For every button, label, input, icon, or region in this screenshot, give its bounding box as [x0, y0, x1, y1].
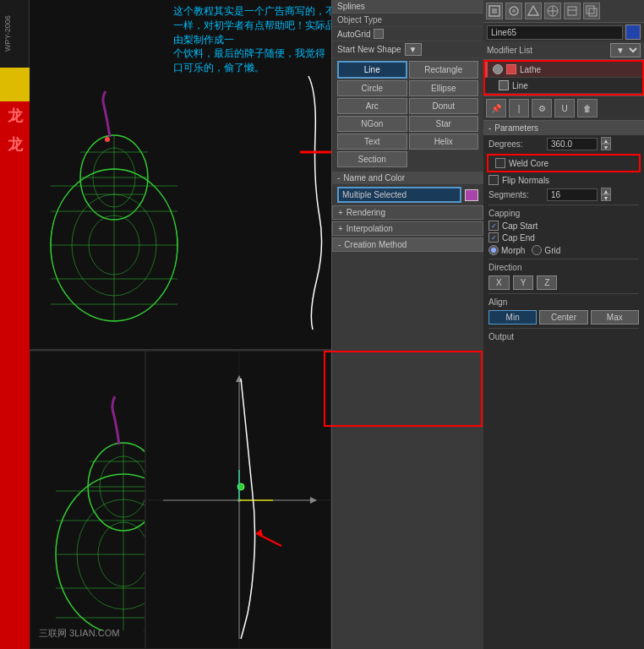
tool-unique[interactable]: U — [554, 99, 575, 117]
weld-core-label: Weld Core — [509, 159, 548, 168]
left-sidebar: WPY-2006 龙 龙 — [0, 0, 30, 649]
dir-z-btn[interactable]: Z — [537, 275, 557, 290]
start-new-shape-dropdown[interactable]: ▼ — [405, 43, 422, 56]
shape-btn-circle[interactable]: Circle — [337, 80, 407, 96]
toolbar-icon-5[interactable] — [564, 3, 581, 19]
yellow-bar — [0, 68, 30, 101]
tool-remove[interactable]: 🗑 — [577, 99, 598, 117]
shape-btn-section[interactable]: Section — [337, 151, 407, 167]
flip-normals-checkbox[interactable] — [488, 175, 499, 185]
segments-input[interactable] — [547, 188, 598, 201]
degrees-spinner: ▲ ▼ — [601, 137, 611, 150]
divider-3 — [488, 293, 639, 294]
line-profile-svg — [146, 352, 331, 649]
shape-btn-helix[interactable]: Helix — [409, 134, 479, 150]
bottom-layout: 三联网 3LIAN.COM — [30, 351, 331, 649]
align-min-btn[interactable]: Min — [488, 310, 537, 324]
degrees-up[interactable]: ▲ — [601, 137, 611, 144]
modifier-items-container: Lathe Line — [483, 60, 644, 95]
shape-btn-donut[interactable]: Donut — [409, 98, 479, 114]
lathe-icon — [493, 64, 503, 74]
red-arrow — [300, 135, 331, 169]
toolbar-icon-2[interactable] — [505, 3, 522, 19]
viewport-bottom-left[interactable]: 三联网 3LIAN.COM — [30, 351, 145, 649]
rendering-btn[interactable]: + Rendering — [332, 205, 483, 220]
segments-label: Segments: — [488, 190, 543, 199]
morph-grid-group: Morph Grid — [483, 243, 644, 257]
cap-start-checkbox[interactable] — [488, 221, 499, 231]
multiple-selected-text: Multiple Selected — [342, 190, 407, 199]
shape-btn-star[interactable]: Star — [409, 116, 479, 132]
modifier-item-line[interactable]: Line — [485, 78, 642, 94]
shape-btn-line[interactable]: Line — [337, 61, 407, 79]
segments-down[interactable]: ▼ — [601, 194, 611, 201]
multiple-selected-field[interactable]: Multiple Selected — [337, 187, 461, 203]
degrees-down[interactable]: ▼ — [601, 144, 611, 150]
interpolation-label: Interpolation — [347, 224, 393, 233]
modifier-dropdown[interactable]: ▼ — [610, 43, 641, 57]
shape-btn-ngon[interactable]: NGon — [337, 116, 407, 132]
interpolation-btn[interactable]: + Interpolation — [332, 221, 483, 236]
kanji-1: 龙 — [8, 106, 23, 126]
morph-radio-item[interactable]: Morph — [488, 245, 525, 255]
shape-btn-ellipse[interactable]: Ellipse — [409, 80, 479, 96]
align-max-btn[interactable]: Max — [591, 310, 639, 324]
multiple-selected-container: Multiple Selected — [332, 184, 483, 205]
shape-btn-rectangle[interactable]: Rectangle — [409, 61, 479, 79]
color-swatch-purple[interactable] — [465, 189, 478, 201]
divider-1 — [488, 205, 639, 205]
grid-radio-item[interactable]: Grid — [532, 245, 560, 255]
splines-title: Splines — [337, 2, 365, 11]
flip-normals-label: Flip Normals — [502, 176, 549, 185]
object-type-label: Object Type — [332, 14, 483, 27]
params-header: - Parameters — [483, 121, 644, 135]
tool-configure[interactable]: ⚙ — [532, 99, 552, 117]
wpy-label: WPY-2006 — [0, 0, 29, 68]
modifier-name-line: Line — [512, 81, 528, 90]
weld-core-container: Weld Core — [487, 154, 641, 172]
divider-2 — [488, 259, 639, 259]
shape-btn-arc[interactable]: Arc — [337, 98, 407, 114]
tool-pin[interactable]: 📌 — [486, 99, 506, 117]
annotation-text: 这个教程其实是一个广告商写的，不完全 一样，对初学者有点帮助吧！实际品牌竟是由梨… — [173, 4, 331, 75]
object-name-input[interactable] — [487, 25, 623, 40]
cap-end-checkbox[interactable] — [488, 232, 499, 243]
weld-core-checkbox[interactable] — [495, 158, 505, 168]
modifier-item-lathe[interactable]: Lathe — [485, 62, 642, 78]
parameters-section[interactable]: - Parameters Degrees: ▲ ▼ Weld Core — [483, 121, 644, 649]
cap-start-row: Cap Start — [483, 220, 644, 232]
creation-method-btn[interactable]: - Creation Method — [332, 237, 483, 252]
name-color-header: - Name and Color — [332, 172, 483, 184]
segments-up[interactable]: ▲ — [601, 188, 611, 194]
morph-label: Morph — [501, 246, 525, 255]
toolbar-icon-6[interactable] — [583, 3, 600, 19]
align-center-btn[interactable]: Center — [539, 310, 587, 324]
pear-svg-bottom — [39, 360, 145, 630]
svg-rect-45 — [492, 8, 497, 14]
annotation-line2: 一样，对初学者有点帮助吧！实际品牌竟是由梨制作成一 — [173, 19, 331, 47]
degrees-input[interactable] — [547, 138, 598, 150]
shape-buttons-grid: Line Rectangle Circle Ellipse Arc Donut … — [332, 58, 483, 170]
grid-radio[interactable] — [532, 245, 542, 255]
svg-rect-55 — [589, 8, 597, 16]
autogrid-checkbox[interactable] — [374, 29, 384, 39]
toolbar-icon-4[interactable] — [544, 3, 561, 19]
viewport-container: 这个教程其实是一个广告商写的，不完全 一样，对初学者有点帮助吧！实际品牌竟是由梨… — [30, 0, 331, 649]
shape-btn-text[interactable]: Text — [337, 134, 407, 150]
dir-y-btn[interactable]: Y — [513, 275, 534, 290]
toolbar-icon-1[interactable] — [486, 3, 503, 19]
main-container: WPY-2006 龙 龙 这个教程其实是一个广告商写的，不完全 一样，对初学者有… — [0, 0, 644, 649]
annotation-line4: 口可乐的，偷了懒。 — [173, 61, 331, 75]
object-color-swatch[interactable] — [625, 25, 641, 40]
morph-radio[interactable] — [488, 245, 499, 255]
dir-x-btn[interactable]: X — [488, 275, 510, 290]
object-name-row — [483, 23, 644, 41]
viewport-top[interactable]: 这个教程其实是一个广告商写的，不完全 一样，对初学者有点帮助吧！实际品牌竟是由梨… — [30, 0, 331, 351]
autogrid-row: AutoGrid — [332, 27, 483, 41]
cap-end-row: Cap End — [483, 232, 644, 243]
line-icon — [499, 80, 509, 90]
red-outline-shapes — [331, 351, 483, 427]
viewport-bottom-right[interactable] — [145, 351, 331, 649]
lathe-color-box — [506, 64, 516, 74]
toolbar-icon-3[interactable] — [525, 3, 542, 19]
